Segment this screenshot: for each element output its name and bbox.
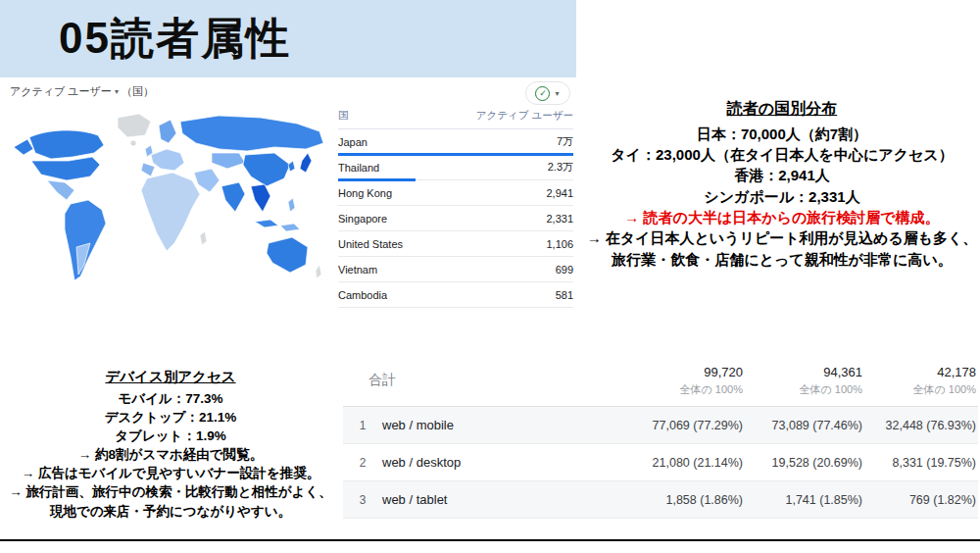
country-value: 1,106	[546, 238, 573, 250]
device-summary-line: 現地での来店・予約につながりやすい。	[6, 502, 335, 521]
device-label: web / desktop	[382, 455, 627, 470]
device-label: web / mobile	[382, 418, 627, 432]
country-name: Japan	[338, 136, 368, 148]
country-name: Vietnam	[338, 264, 377, 276]
country-summary-line: 香港：2,941人	[586, 165, 978, 185]
total-subtext: 全体の 100%	[745, 382, 862, 397]
table-row: 2 web / desktop 21,080 (21.14%) 19,528 (…	[343, 444, 978, 481]
total-column: 99,720 全体の 100%	[627, 365, 745, 397]
table-row: Hong Kong 2,941	[338, 180, 573, 206]
country-name: Singapore	[338, 213, 387, 225]
device-summary-line: → 広告はモバイルで見やすいバナー設計を推奨。	[6, 464, 335, 482]
device-cell: 19,528 (20.69%)	[745, 456, 864, 470]
row-index: 3	[343, 493, 382, 507]
total-label: 合計	[343, 372, 627, 389]
country-summary-line: シンガポール：2,331人	[586, 186, 978, 207]
bottom-divider	[0, 539, 980, 541]
device-table-header: 合計 99,720 全体の 100% 94,361 全体の 100% 42,17…	[343, 355, 978, 407]
column-header-country: 国	[338, 109, 349, 123]
title-band: 05読者属性	[0, 0, 576, 77]
check-circle-icon: ✓	[535, 86, 550, 101]
widget-dimension-label: （国）	[122, 84, 154, 99]
device-cell: 32,448 (76.93%)	[864, 419, 978, 432]
page-title: 05読者属性	[0, 0, 576, 68]
widget-metric-label: アクティブ ユーザー	[10, 84, 112, 99]
device-summary-line: モバイル：77.3%	[6, 389, 335, 408]
country-value: 581	[556, 289, 573, 301]
row-index: 2	[343, 456, 382, 470]
country-value: 2,331	[546, 213, 573, 225]
table-row: Cambodia 581	[338, 282, 573, 308]
device-label: web / tablet	[382, 492, 627, 507]
table-row: Singapore 2,331	[338, 206, 573, 231]
country-name: Cambodia	[338, 289, 387, 301]
device-cell: 21,080 (21.14%)	[627, 456, 745, 470]
table-row: 3 web / tablet 1,858 (1.86%) 1,741 (1.85…	[343, 481, 978, 519]
slide: 05読者属性 アクティブ ユーザー ▾ （国） ✓ ▾	[0, 0, 980, 553]
country-summary: 読者の国別分布 日本：70,000人（約7割） タイ：23,000人（在タイ日本…	[586, 98, 978, 270]
country-value: 699	[556, 264, 573, 276]
device-cell: 1,741 (1.85%)	[745, 493, 864, 507]
chevron-down-icon: ▾	[555, 89, 559, 98]
device-table: 合計 99,720 全体の 100% 94,361 全体の 100% 42,17…	[343, 355, 978, 519]
device-cell: 77,069 (77.29%)	[627, 419, 745, 432]
device-cell: 1,858 (1.86%)	[627, 493, 745, 507]
country-summary-line: 日本：70,000人（約7割）	[586, 124, 978, 144]
world-map	[6, 110, 333, 298]
country-summary-line: タイ：23,000人（在タイ日本人を中心にアクセス）	[586, 144, 978, 165]
total-value: 99,720	[627, 365, 743, 379]
device-summary-line: → 約8割がスマホ経由で閲覧。	[6, 445, 335, 464]
total-column: 42,178 全体の 100%	[864, 365, 978, 397]
table-row: Thailand 2.3万	[338, 155, 573, 180]
metric-dimension-dropdown[interactable]: アクティブ ユーザー ▾ （国）	[10, 84, 154, 99]
country-table-header: 国 アクティブ ユーザー	[338, 106, 573, 129]
total-value: 94,361	[745, 365, 862, 379]
country-value: 7万	[557, 134, 573, 149]
total-value: 42,178	[864, 365, 976, 379]
total-column: 94,361 全体の 100%	[745, 365, 864, 397]
country-value: 2.3万	[548, 160, 573, 175]
column-header-active-users: アクティブ ユーザー	[476, 109, 573, 123]
device-summary: デバイス別アクセス モバイル：77.3% デスクトップ：21.1% タブレット：…	[6, 367, 335, 521]
table-row: 1 web / mobile 77,069 (77.29%) 73,089 (7…	[343, 407, 978, 444]
device-cell: 73,089 (77.46%)	[745, 419, 864, 432]
table-row: Vietnam 699	[338, 257, 573, 282]
device-cell: 8,331 (19.75%)	[864, 456, 978, 470]
device-summary-line: タブレット：1.9%	[6, 427, 335, 445]
total-subtext: 全体の 100%	[864, 382, 976, 397]
country-name: Hong Kong	[338, 187, 392, 199]
country-summary-title: 読者の国別分布	[586, 98, 978, 121]
data-quality-button[interactable]: ✓ ▾	[525, 81, 570, 105]
table-row: Japan 7万	[338, 129, 573, 155]
country-table: 国 アクティブ ユーザー Japan 7万 Thailand 2.3万 Hong…	[338, 106, 573, 308]
device-cell: 769 (1.82%)	[864, 493, 978, 507]
chevron-down-icon: ▾	[115, 87, 119, 96]
country-name: United States	[338, 238, 403, 250]
country-summary-note: → 在タイ日本人というリピート利用が見込める層も多く、 旅行業・飲食・店舗にとっ…	[586, 227, 978, 270]
country-value: 2,941	[546, 187, 573, 199]
table-row: United States 1,106	[338, 231, 573, 257]
country-summary-highlight: → 読者の大半は日本からの旅行検討層で構成。	[586, 207, 978, 227]
total-subtext: 全体の 100%	[627, 382, 743, 397]
device-summary-line: デスクトップ：21.1%	[6, 408, 335, 427]
row-index: 1	[343, 419, 382, 432]
device-summary-title: デバイス別アクセス	[6, 367, 335, 387]
country-name: Thailand	[338, 162, 379, 174]
device-summary-line: → 旅行計画、旅行中の検索・比較行動と相性がよく、	[6, 482, 335, 501]
